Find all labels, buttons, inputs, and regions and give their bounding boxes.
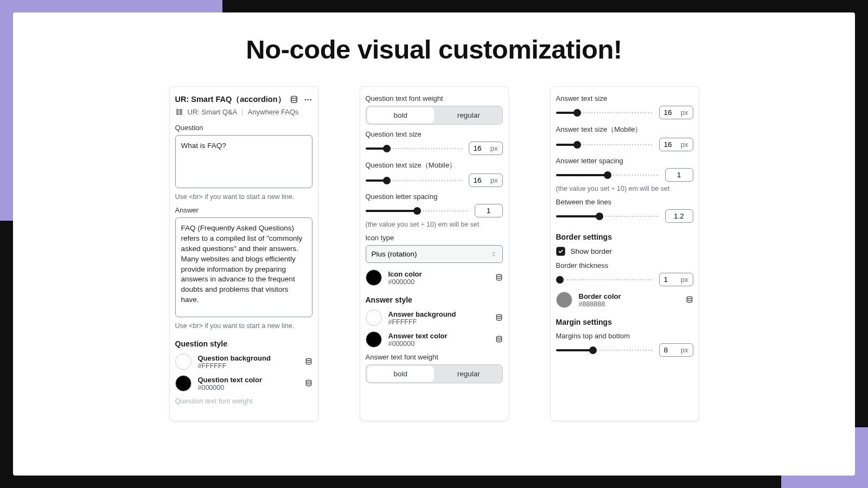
value: 8 [664,346,668,354]
value: 1.2 [674,212,684,220]
bold-option[interactable]: bold [367,107,435,123]
question-letter-spacing-label: Question letter spacing [366,192,503,201]
border-color-hex: #888888 [579,300,621,308]
question-text-color-row[interactable]: Question text color #000000 [175,375,312,391]
value: 1 [664,275,668,284]
dynamic-source-icon[interactable] [686,296,693,304]
answer-bg-color-row[interactable]: Answer background #FFFFFF [366,310,503,326]
question-hint: Use <br> if you want to start a new line… [175,193,312,201]
answer-text-swatch [366,331,382,348]
question-text-size-mobile-input[interactable]: 16 px [469,174,503,187]
border-color-swatch [556,292,572,308]
answer-hint: Use <br> if you want to start a new line… [175,322,312,330]
svg-point-1 [305,99,307,100]
margin-top-bottom-slider[interactable] [556,345,654,356]
question-text-size-input[interactable]: 16 px [469,142,503,155]
border-thickness-label: Border thickness [556,261,693,269]
question-bg-swatch [175,354,192,370]
question-style-heading: Question style [175,339,312,348]
dynamic-source-icon[interactable] [495,314,503,322]
answer-bg-swatch [366,310,382,326]
question-text-size-mobile-slider[interactable] [366,175,463,186]
value: 16 [474,176,482,184]
svg-point-15 [687,297,692,299]
headline: No-code visual customization! [13,34,855,65]
question-text-color-hex: #000000 [198,384,262,391]
answer-input[interactable] [175,217,312,317]
cutoff-label: Question text font weight [175,397,312,405]
svg-point-3 [310,99,311,100]
answer-text-size-input[interactable]: 16 px [659,106,693,119]
question-font-weight-toggle[interactable]: bold regular [366,106,503,125]
svg-point-10 [306,358,311,361]
unit: px [681,140,688,149]
app-icon [175,108,183,116]
question-bg-label: Question background [198,354,271,362]
breadcrumb: UR: Smart Q&A | Anywhere FAQs [175,108,312,116]
border-thickness-slider[interactable] [556,274,654,285]
svg-rect-8 [179,111,182,113]
svg-rect-9 [179,113,182,115]
question-letter-spacing-slider[interactable] [366,206,469,216]
dynamic-source-icon[interactable] [495,274,503,281]
answer-font-weight-toggle[interactable]: bold regular [366,364,503,383]
answer-letter-spacing-slider[interactable] [556,170,660,181]
unit: px [681,108,688,117]
border-color-label: Border color [579,292,621,300]
question-text-size-label: Question text size [366,130,503,138]
border-thickness-input[interactable]: 1 px [659,273,693,286]
border-color-row[interactable]: Border color #888888 [556,292,693,308]
question-text-size-slider[interactable] [366,143,463,154]
bold-option[interactable]: bold [367,366,435,382]
value: 16 [664,140,672,149]
breadcrumb-separator: | [241,108,243,116]
answer-text-size-slider[interactable] [556,107,654,118]
dynamic-source-icon[interactable] [305,380,312,387]
regular-option[interactable]: regular [435,365,502,383]
show-border-label: Show border [571,247,612,255]
answer-text-color-row[interactable]: Answer text color #000000 [366,331,503,348]
dynamic-source-icon[interactable] [290,95,298,104]
show-border-checkbox[interactable] [556,247,565,256]
icon-color-label: Icon color [388,270,422,278]
svg-point-12 [496,274,501,277]
svg-point-14 [496,336,501,338]
margin-top-bottom-input[interactable]: 8 px [659,343,693,357]
question-input[interactable] [175,135,312,188]
answer-letter-spacing-label: Answer letter spacing [556,157,693,165]
value: 16 [474,144,482,152]
answer-bg-label: Answer background [388,310,456,318]
question-letter-spacing-input[interactable]: 1 [475,204,503,217]
breadcrumb-section: Anywhere FAQs [248,108,299,116]
answer-bg-hex: #FFFFFF [388,318,456,326]
question-bg-color-row[interactable]: Question background #FFFFFF [175,354,312,370]
dynamic-source-icon[interactable] [305,358,312,365]
question-letter-spacing-hint: (the value you set ÷ 10) em will be set [366,221,503,228]
chevron-updown-icon [490,251,497,258]
question-text-swatch [175,375,192,391]
more-icon[interactable] [304,95,312,104]
answer-letter-spacing-input[interactable]: 1 [665,168,693,182]
unit: px [490,176,498,184]
svg-rect-7 [179,110,182,111]
answer-text-size-mobile-input[interactable]: 16 px [659,138,693,151]
answer-text-size-mobile-slider[interactable] [556,139,654,150]
line-height-slider[interactable] [556,211,660,222]
svg-point-13 [496,314,501,317]
unit: px [681,346,688,354]
dynamic-source-icon[interactable] [495,336,503,343]
margin-top-bottom-label: Margins top and bottom [556,332,693,340]
regular-option[interactable]: regular [435,106,502,124]
question-text-color-label: Question text color [198,376,262,384]
unit: px [490,144,498,152]
icon-type-select[interactable]: Plus (rotation) [366,245,503,263]
svg-point-11 [306,380,311,382]
value: 1 [487,207,491,215]
settings-panel-question-style: Question text font weight bold regular Q… [360,86,509,421]
answer-font-weight-label: Answer text font weight [366,353,503,361]
icon-color-row[interactable]: Icon color #000000 [366,269,503,286]
svg-rect-4 [176,110,178,111]
answer-text-color-label: Answer text color [388,332,448,340]
line-height-input[interactable]: 1.2 [665,209,693,223]
svg-rect-5 [176,111,178,113]
